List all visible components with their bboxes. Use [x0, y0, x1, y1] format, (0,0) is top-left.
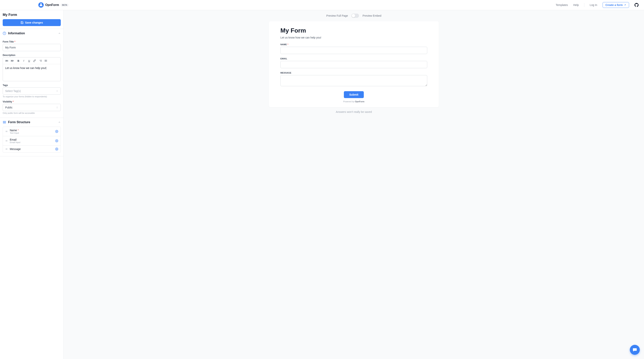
brand-name: OpnForm: [45, 3, 59, 7]
drag-handle-icon: [5, 130, 8, 133]
save-changes-label: Save changes: [25, 21, 43, 24]
preview-form-title: My Form: [280, 27, 427, 34]
drag-handle-icon: [5, 139, 8, 142]
info-icon: [3, 32, 6, 35]
preview-field-label: EMAIL: [280, 57, 427, 60]
information-section-header[interactable]: Information: [0, 29, 64, 38]
description-editor: H1 H2 B I U: [3, 57, 61, 81]
nav-divider: [584, 3, 584, 7]
information-heading: Information: [8, 32, 56, 35]
svg-point-21: [56, 140, 57, 141]
form-title-input[interactable]: [3, 44, 61, 51]
sidebar-form-name: My Form: [3, 13, 61, 17]
login-link[interactable]: Log In: [590, 3, 597, 6]
preview-form-description: Let us know how we can help you!: [280, 36, 427, 39]
required-asterisk: *: [13, 100, 14, 103]
description-label: Description: [3, 54, 61, 56]
preview-mode-toggle[interactable]: [351, 13, 359, 18]
tags-label: Tags: [3, 84, 61, 87]
visibility-label-text: Visibility: [3, 100, 12, 103]
chevron-up-icon: [58, 32, 61, 35]
visibility-select[interactable]: Public: [3, 104, 61, 111]
drag-handle-icon: [5, 148, 8, 150]
powered-by[interactable]: Powered by OpnForm: [280, 100, 427, 103]
underline-button[interactable]: U: [28, 59, 31, 62]
chat-fab-button[interactable]: [630, 345, 640, 355]
preview-input[interactable]: [280, 61, 427, 68]
create-form-button[interactable]: Create a form: [602, 2, 629, 8]
form-structure-heading: Form Structure: [8, 120, 56, 124]
ordered-list-icon: [39, 59, 42, 62]
answers-not-saved-text: Answers won't really be saved: [64, 110, 644, 113]
form-structure-item[interactable]: Message: [3, 146, 60, 152]
svg-point-12: [45, 60, 45, 61]
select-arrows-icon: [56, 90, 58, 92]
link-icon: [33, 59, 36, 62]
toggle-knob: [352, 14, 355, 17]
visibility-label: Visibility *: [3, 100, 61, 103]
field-name: Message: [10, 147, 53, 151]
required-asterisk: *: [14, 40, 15, 43]
svg-point-1: [40, 3, 42, 5]
description-textarea[interactable]: Let us know how we can help you!: [3, 64, 60, 81]
external-link-icon: [624, 4, 626, 6]
svg-point-13: [45, 61, 45, 62]
logo[interactable]: OpnForm BETA: [38, 2, 68, 8]
field-type: Email Input: [10, 141, 53, 143]
preview-area: Preview Full Page Preview Embed My Form …: [64, 10, 644, 359]
svg-rect-14: [3, 121, 6, 122]
help-link[interactable]: Help: [573, 3, 579, 6]
save-changes-button[interactable]: Save changes: [3, 19, 61, 26]
preview-input[interactable]: [280, 47, 427, 54]
unordered-list-icon: [45, 59, 47, 62]
github-icon[interactable]: [634, 3, 639, 7]
sidebar: My Form Save changes Information Form Ti…: [0, 10, 64, 359]
gear-icon[interactable]: [55, 147, 58, 151]
preview-textarea[interactable]: [280, 75, 427, 86]
powered-prefix: Powered by: [343, 100, 355, 103]
powered-name: OpnForm: [355, 100, 364, 103]
svg-point-18: [56, 131, 57, 132]
templates-link[interactable]: Templates: [556, 3, 568, 6]
preview-full-page-label[interactable]: Preview Full Page: [326, 14, 348, 17]
rich-text-toolbar: H1 H2 B I U: [3, 57, 60, 64]
save-icon: [20, 21, 24, 24]
svg-point-24: [56, 149, 57, 149]
bold-button[interactable]: B: [17, 59, 20, 62]
preview-embed-label[interactable]: Preview Embed: [362, 14, 381, 17]
form-structure-item[interactable]: Email Email Input: [3, 136, 60, 146]
svg-rect-15: [3, 123, 6, 123]
visibility-value: Public: [5, 106, 12, 109]
h2-button[interactable]: H2: [10, 59, 14, 62]
description-value: Let us know how we can help you!: [5, 66, 46, 69]
link-button[interactable]: [33, 59, 36, 62]
ordered-list-button[interactable]: [39, 59, 42, 62]
opnform-logo-icon: [38, 2, 44, 8]
top-nav: OpnForm BETA Templates Help Log In Creat…: [0, 0, 644, 10]
h1-button[interactable]: H1: [5, 59, 8, 62]
tags-select[interactable]: Select Tag(s): [3, 87, 61, 95]
create-form-label: Create a form: [606, 3, 623, 6]
form-structure-list: Name * Text Input Email Email Input Mess…: [3, 127, 61, 153]
submit-button[interactable]: Submit: [344, 91, 364, 98]
unordered-list-button[interactable]: [44, 59, 48, 62]
visibility-help-text: Only public form will be accessible: [3, 112, 61, 114]
italic-button[interactable]: I: [22, 59, 26, 62]
field-name: Name *: [10, 129, 53, 132]
form-structure-item[interactable]: Name * Text Input: [3, 127, 60, 136]
beta-badge: BETA: [60, 4, 68, 6]
field-type: Text Input: [10, 132, 53, 134]
tags-help-text: To organize your forms (hidden to respon…: [3, 95, 61, 98]
preview-field-label: MESSAGE: [280, 72, 427, 74]
preview-field-label: NAME *: [280, 43, 427, 46]
gear-icon[interactable]: [55, 130, 58, 133]
form-structure-section-header[interactable]: Form Structure: [0, 118, 64, 127]
svg-point-4: [4, 32, 4, 33]
gear-icon[interactable]: [55, 139, 58, 142]
form-preview-card: My Form Let us know how we can help you!…: [269, 21, 439, 107]
chat-icon: [632, 348, 637, 352]
field-name: Email: [10, 138, 53, 141]
structure-icon: [3, 120, 6, 124]
select-arrows-icon: [56, 106, 58, 109]
form-title-label-text: Form Title: [3, 40, 14, 43]
